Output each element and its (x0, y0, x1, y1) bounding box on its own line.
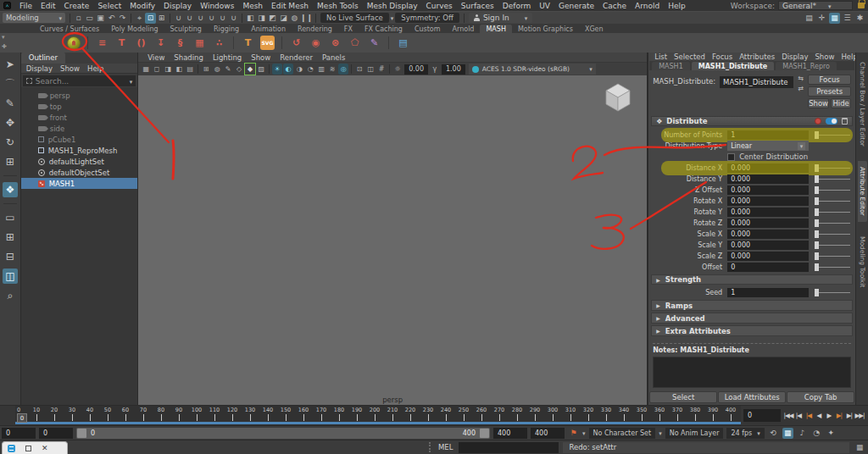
loop-icon[interactable]: ⟲ (768, 429, 779, 437)
node-name-input[interactable]: MASH1_Distribute (720, 76, 793, 88)
isolate-icon[interactable]: ⊡ (354, 64, 364, 75)
outliner-item-mash1-repromesh[interactable]: MASH1_ReproMesh (21, 145, 137, 156)
slider-handle[interactable] (815, 241, 819, 249)
mash-curve-icon[interactable]: () (134, 36, 148, 50)
attr-value-field[interactable]: 0.000 (727, 197, 809, 206)
svg-tool-icon[interactable]: SVG (260, 36, 275, 50)
scale-tool-icon[interactable]: ⊞ (3, 154, 18, 169)
range-end-handle[interactable] (480, 429, 489, 438)
oversample-icon[interactable]: ◍ (212, 64, 222, 75)
outliner-item-defaultlightset[interactable]: defaultLightSet (21, 156, 137, 167)
mash-type-icon[interactable]: T (114, 36, 129, 50)
channel-box-toggle-icon[interactable]: ☰ (842, 13, 853, 24)
shelf-tab-sculpting[interactable]: Sculpting (164, 25, 208, 33)
output-connections-icon[interactable]: ⇄ (798, 85, 804, 92)
goto-start-button[interactable]: |◀◀ (783, 412, 793, 419)
ae-menu-show[interactable]: Show (815, 53, 834, 61)
input-connections-icon[interactable]: ⇆ (798, 75, 804, 82)
delete-node-icon[interactable] (842, 118, 848, 125)
slider-handle[interactable] (815, 208, 819, 216)
attr-slider[interactable] (813, 219, 851, 228)
image-plane-icon[interactable]: ▤ (185, 64, 195, 75)
pause-icon[interactable]: ❙❙ (300, 13, 313, 24)
view-cube[interactable] (601, 80, 635, 114)
layout-four-icon[interactable]: ⊞ (3, 230, 18, 245)
outliner-item-defaultobjectset[interactable]: defaultObjectSet (21, 167, 137, 178)
advanced-section-bar[interactable]: Advanced (651, 313, 853, 324)
slider-handle[interactable] (815, 197, 819, 205)
attr-slider[interactable] (813, 197, 851, 206)
attr-value-field[interactable]: 0.000 (727, 252, 809, 261)
menu-help[interactable]: Help (664, 2, 690, 10)
lookdev-icon[interactable]: ◍ (289, 13, 300, 24)
dof-icon[interactable]: ◎ (338, 64, 348, 75)
notes-textarea[interactable] (653, 357, 851, 388)
attr-slider[interactable] (813, 163, 851, 173)
character-set-select[interactable]: No Character Set (589, 428, 656, 439)
attr-slider[interactable] (813, 185, 851, 195)
attr-value-field[interactable]: 0 (727, 263, 809, 272)
shelf-tab-rigging[interactable]: Rigging (208, 25, 245, 33)
menu-create[interactable]: Create (60, 2, 94, 10)
new-scene-icon[interactable]: ▫ (73, 13, 84, 24)
attr-slider[interactable] (813, 130, 851, 140)
anim-layer-select[interactable]: No Anim Layer (665, 428, 724, 439)
ae-menu-attributes[interactable]: Attributes (739, 53, 775, 61)
menu-mesh[interactable]: Mesh (238, 2, 267, 10)
ae-tab-mash1[interactable]: MASH1 (652, 62, 690, 70)
menu-set-select[interactable]: Modeling (3, 13, 65, 23)
ae-menu-list[interactable]: List (654, 53, 667, 61)
attr-value-field[interactable]: 0.000 (727, 219, 809, 228)
attribute-editor-toggle-icon[interactable]: ▦ (829, 13, 840, 24)
attr-value-field[interactable]: 0.000 (727, 163, 809, 173)
viewport-menu-view[interactable]: View (144, 53, 168, 62)
slider-handle[interactable] (815, 263, 819, 271)
make-live-icon[interactable]: ∪ (228, 13, 239, 24)
last-tool-icon[interactable]: ❖ (3, 182, 18, 197)
outliner-menu-help[interactable]: Help (87, 64, 103, 73)
distribute-section-header[interactable]: ❖ Distribute (651, 116, 853, 126)
sign-in-button[interactable]: Sign In (469, 13, 532, 23)
focus-button[interactable]: Focus (808, 75, 851, 85)
attr-slider[interactable] (813, 263, 851, 272)
shelf-tab-arnold[interactable]: Arnold (447, 25, 481, 33)
redo-icon[interactable]: ↷ (117, 13, 128, 24)
layout-outliner-icon[interactable]: ◫ (3, 269, 18, 284)
floating-window-titlebar[interactable]: ✕ (2, 441, 68, 454)
shelf-tab-rendering[interactable]: Rendering (292, 25, 338, 33)
viewport-canvas[interactable]: persp (138, 75, 647, 405)
slider-handle[interactable] (815, 230, 819, 238)
next-key-button[interactable]: ▶| (834, 412, 844, 419)
select-button[interactable]: Select (649, 391, 717, 403)
snap-grid-icon[interactable]: ∪ (173, 13, 184, 24)
textured-icon[interactable]: ▨ (256, 64, 266, 75)
attr-slider[interactable] (813, 208, 851, 217)
motion-blur-icon[interactable]: ◔ (305, 64, 315, 75)
lock-camera-icon[interactable]: ◻ (152, 64, 162, 75)
timeline-ruler[interactable]: 0102030405060708090100110120130140150160… (15, 406, 741, 425)
ae-tab-mash1-repro[interactable]: MASH1_Repro (776, 62, 837, 70)
camera-attrs-icon[interactable]: ◨ (163, 64, 173, 75)
anim-start-field[interactable]: 0 (2, 428, 36, 439)
shadows-icon[interactable]: ◐ (283, 64, 293, 75)
script-editor-icon[interactable]: ▦ (854, 443, 865, 451)
shelf-tab-xgen[interactable]: XGen (579, 25, 609, 33)
layout-split-icon[interactable]: ⊟ (3, 249, 18, 264)
attr-value-field[interactable]: 0.000 (727, 174, 809, 184)
slider-handle[interactable] (815, 175, 819, 183)
select-component-icon[interactable]: ⊞ (156, 13, 167, 24)
play-backward-button[interactable]: ◀ (814, 412, 824, 419)
ae-tab-mash1-distribute[interactable]: MASH1_Distribute (692, 62, 775, 70)
next-frame-button[interactable]: ▶| (844, 412, 854, 419)
menu-deform[interactable]: Deform (498, 2, 535, 10)
viewport-menu-show[interactable]: Show (248, 53, 274, 62)
audio-icon[interactable]: ♪ (797, 429, 808, 437)
boolean-icon[interactable]: ⊛ (328, 36, 342, 50)
mute-node-icon[interactable] (815, 118, 821, 125)
viewport-menu-lighting[interactable]: Lighting (209, 53, 245, 62)
anim-prefs-icon[interactable]: ◔ (811, 429, 822, 437)
render-icon[interactable]: ◧ (245, 13, 256, 24)
shelf-tab-poly-modeling[interactable]: Poly Modeling (105, 25, 164, 33)
workspace-settings-icon[interactable]: ✱ (854, 13, 865, 24)
outliner-item-persp[interactable]: persp (21, 90, 137, 101)
